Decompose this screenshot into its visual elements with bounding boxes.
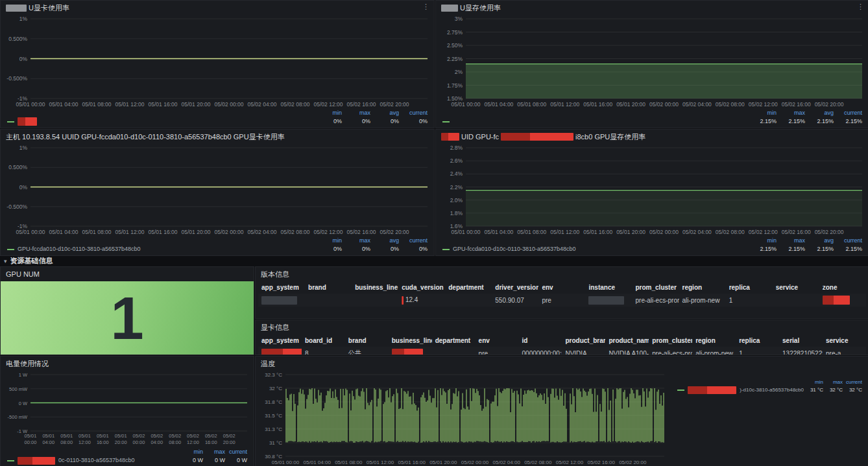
legend-stat-header[interactable]: max (342, 237, 370, 245)
column-header[interactable]: region (692, 334, 736, 347)
gpu-num-stat[interactable]: 1 (1, 281, 254, 355)
legend-series-label[interactable] (7, 117, 313, 126)
y-axis-label: 31.8 °C (265, 399, 282, 405)
panel-title[interactable]: 显卡信息 (261, 323, 289, 332)
x-axis-label: 05/01 16:00 (149, 101, 178, 108)
legend-stat-header[interactable]: min (313, 109, 342, 117)
dashboard-row-header[interactable]: ▾ 资源基础信息 (4, 256, 53, 266)
text-fragment: GPU-fccda010-d10c-0110-3810-a56537b48cb0 (18, 245, 140, 253)
host-mem-usage-chart[interactable]: 2.8%2.6%2.4%2.2%2.0%1.8%1.6%05/01 00:000… (436, 144, 868, 237)
table-row[interactable]: 8公共pre00000000:00:08.0NVIDIANVIDIA A100-… (258, 347, 866, 355)
column-header[interactable]: cuda_version ↑ (398, 281, 445, 294)
column-header[interactable]: instance (585, 281, 632, 294)
legend-series-label[interactable]: GPU-fccda010-d10c-0110-3810-a56537b48cb0 (442, 245, 748, 253)
panel-menu-icon[interactable]: ⋮ (857, 3, 864, 11)
host-gpu-usage-chart[interactable]: 1%0.500%0%-0.500%-1%05/01 00:0005/01 04:… (1, 144, 434, 237)
column-header[interactable]: env (476, 334, 519, 347)
legend-stat-header[interactable]: max (203, 448, 225, 456)
legend-stat-header[interactable]: avg (370, 109, 399, 117)
legend-stat-header[interactable]: max (777, 237, 805, 245)
column-header[interactable]: product_brand (562, 334, 605, 347)
legend-stat-header[interactable]: current (399, 109, 428, 117)
legend-stat-header[interactable]: max (823, 379, 843, 386)
panel-title[interactable]: 电量使用情况 (6, 359, 49, 369)
column-header[interactable]: department (432, 334, 476, 347)
chart-canvas[interactable]: 1%0.500%0%-0.500%-1%05/01 00:0005/01 04:… (1, 15, 434, 109)
legend-stat-headers: minmaxcurrent (7, 448, 247, 456)
column-header[interactable]: product_name (605, 334, 649, 347)
y-axis-label: 1% (19, 16, 28, 22)
x-axis-label: 05/02 04:00 (248, 101, 277, 108)
chart-canvas[interactable]: 2.8%2.6%2.4%2.2%2.0%1.8%1.6%05/01 00:000… (436, 144, 868, 237)
legend-stat-header[interactable]: min (181, 448, 203, 456)
column-header[interactable]: app_system (258, 334, 302, 347)
gpu-usage-chart[interactable]: 1%0.500%0%-0.500%-1%05/01 00:0005/01 04:… (1, 15, 434, 109)
column-header[interactable]: region (679, 281, 726, 294)
panel-title[interactable]: 版本信息 (261, 270, 289, 279)
temperature-body: 32.3 °C32 °C31.8 °C31.5 °C31.3 °C31 °C30… (256, 371, 868, 466)
column-header[interactable]: app_system (258, 281, 305, 294)
column-header[interactable]: brand (345, 334, 389, 347)
legend-stat-header[interactable]: min (313, 237, 342, 245)
legend-stat-header[interactable]: current (225, 448, 247, 456)
text-fragment: NVIDIA A100-SX (609, 350, 649, 355)
column-header[interactable]: business_line (389, 334, 432, 347)
column-header[interactable]: prom_cluster (649, 334, 692, 347)
redaction-box (441, 133, 459, 141)
legend-stat-header[interactable]: avg (805, 109, 834, 117)
legend-stat-header[interactable]: avg (370, 237, 399, 245)
chart-canvas[interactable]: 3%2.75%2.50%2.25%2%1.75%1.50%05/01 00:00… (436, 15, 868, 109)
host-mem-usage-legend: minmaxavgcurrentGPU-fccda010-d10c-0110-3… (436, 237, 868, 255)
legend-stat-header[interactable]: current (843, 379, 862, 386)
panel-title[interactable]: 主机 10.193.8.54 UUID GPU-fccda010-d10c-01… (6, 132, 285, 142)
column-header[interactable]: id (519, 334, 562, 347)
table-cell: 00000000:00:08.0 (519, 347, 562, 355)
legend-series-label[interactable]: )-d10c-3810-a56537b48cb0 (677, 386, 804, 394)
column-header[interactable]: replica (736, 334, 779, 347)
mem-usage-chart[interactable]: 3%2.75%2.50%2.25%2%1.75%1.50%05/01 00:00… (436, 15, 868, 109)
chart-canvas[interactable]: 1 W500 mW0 W-500 mW-1 W05/0100:0005/0104… (1, 371, 254, 448)
text-fragment: ali-prom-new (682, 297, 720, 304)
legend-stat-header[interactable]: max (777, 109, 805, 117)
legend-series-label[interactable]: 0c-0110-3810-a56537b48cb0 (7, 456, 181, 465)
chart-canvas[interactable]: 1%0.500%0%-0.500%-1%05/01 00:0005/01 04:… (1, 144, 434, 237)
x-axis-label: 05/02 (169, 433, 181, 439)
panel-menu-icon[interactable]: ⋮ (422, 3, 429, 11)
legend-stat-header[interactable]: min (804, 379, 823, 386)
column-header[interactable]: zone (819, 281, 866, 294)
legend-stat-header[interactable]: current (834, 237, 862, 245)
panel-title[interactable]: 温度 (261, 359, 275, 369)
panel-header: 版本信息 (256, 267, 868, 281)
column-header[interactable]: env (538, 281, 585, 294)
panel-title[interactable]: U显存使用率 (441, 3, 501, 13)
legend-series-row: 0%0%0%0% (7, 117, 428, 126)
chart-canvas[interactable]: 32.3 °C32 °C31.8 °C31.5 °C31.3 °C31 °C30… (256, 371, 671, 466)
legend-stat-header[interactable]: avg (805, 237, 834, 245)
legend-series-label[interactable]: GPU-fccda010-d10c-0110-3810-a56537b48cb0 (7, 245, 313, 253)
column-header[interactable]: department (445, 281, 492, 294)
column-header[interactable]: replica (726, 281, 773, 294)
legend-stat-header[interactable]: max (342, 109, 370, 117)
temperature-chart[interactable]: 32.3 °C32 °C31.8 °C31.5 °C31.3 °C31 °C30… (256, 371, 671, 466)
legend-stat-header[interactable]: current (399, 237, 428, 245)
column-header[interactable]: service (773, 281, 819, 294)
table-cell: 8 (302, 347, 345, 355)
table-row[interactable]: 12.4550.90.07prepre-ali-ecs-promali-prom… (258, 294, 866, 307)
legend-stat-header[interactable]: min (748, 237, 777, 245)
panel-title[interactable]: U显卡使用率 (6, 3, 69, 13)
legend-stat-header[interactable]: min (748, 109, 777, 117)
panel-title[interactable]: GPU NUM (6, 270, 40, 278)
power-usage-chart[interactable]: 1 W500 mW0 W-500 mW-1 W05/0100:0005/0104… (1, 371, 254, 448)
column-header[interactable]: serial (779, 334, 823, 347)
column-header[interactable]: brand (305, 281, 352, 294)
column-header[interactable]: business_line (352, 281, 398, 294)
x-axis-label: 20:00 (115, 439, 127, 445)
column-header[interactable]: service (823, 334, 866, 347)
legend-stat-header[interactable]: current (834, 109, 862, 117)
panel-title[interactable]: UID GPU-fci8cb0 GPU显存使用率 (441, 132, 645, 142)
legend-series-label[interactable] (442, 121, 748, 122)
column-header[interactable]: board_id (302, 334, 345, 347)
panel-gpu-num: GPU NUM 1 (0, 266, 254, 355)
column-header[interactable]: prom_cluster (633, 281, 679, 294)
column-header[interactable]: driver_version (492, 281, 538, 294)
